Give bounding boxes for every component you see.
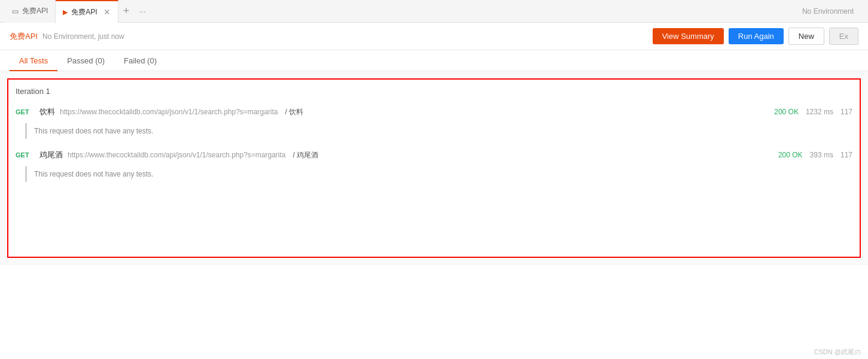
test-message-row-2: This request does not have any tests.: [16, 164, 852, 189]
request-url-1: https://www.thecocktaildb.com/api/json/v…: [60, 108, 278, 116]
iteration-title: Iteration 1: [16, 87, 852, 96]
header-actions: View Summary Run Again New Ex: [653, 28, 858, 45]
status-time-2: 393 ms: [810, 151, 833, 159]
status-ok-2: 200 OK: [778, 151, 803, 159]
test-message-1: This request does not have any tests.: [34, 123, 153, 139]
request-row[interactable]: GET 饮料 https://www.thecocktaildb.com/api…: [16, 103, 852, 121]
request-url-2: https://www.thecocktaildb.com/api/json/v…: [68, 151, 286, 159]
request-status-2: 200 OK 393 ms 117: [778, 151, 852, 159]
tab-all-tests[interactable]: All Tests: [10, 50, 57, 71]
request-path-2: / 鸡尾酒: [293, 150, 319, 160]
content-area: Iteration 1 GET 饮料 https://www.thecockta…: [0, 71, 868, 265]
iteration-block: Iteration 1 GET 饮料 https://www.thecockta…: [7, 78, 861, 258]
status-ok-1: 200 OK: [774, 108, 799, 116]
tab-label: 免费API: [22, 6, 48, 16]
request-path-1: / 饮料: [285, 107, 304, 117]
header-subtitle: No Environment, just now: [42, 32, 124, 41]
play-icon: ▶: [63, 8, 68, 16]
tab-close-button[interactable]: ✕: [103, 8, 111, 16]
header-bar: 免费API No Environment, just now View Summ…: [0, 23, 868, 50]
header-title: 免费API: [10, 31, 38, 42]
tab-label: 免费API: [71, 7, 97, 17]
tab-add-button[interactable]: +: [118, 5, 135, 17]
view-summary-button[interactable]: View Summary: [653, 28, 724, 44]
request-status-1: 200 OK 1232 ms 117: [774, 108, 852, 116]
tab-more-button[interactable]: ···: [134, 7, 151, 16]
test-border-2: [25, 166, 27, 182]
status-size-2: 117: [840, 151, 852, 159]
test-border-1: [25, 123, 27, 139]
run-again-button[interactable]: Run Again: [729, 28, 784, 44]
new-button[interactable]: New: [788, 28, 824, 45]
status-time-1: 1232 ms: [806, 108, 833, 116]
tab-passed[interactable]: Passed (0): [57, 50, 114, 71]
tab-active[interactable]: ▶ 免费API ✕: [56, 0, 118, 23]
tab-inactive[interactable]: ▭ 免费API: [5, 0, 56, 23]
export-button[interactable]: Ex: [829, 28, 858, 45]
request-name-2: 鸡尾酒: [39, 150, 63, 160]
file-icon: ▭: [12, 7, 19, 16]
request-row-2[interactable]: GET 鸡尾酒 https://www.thecocktaildb.com/ap…: [16, 146, 852, 164]
method-badge-get: GET: [16, 108, 35, 115]
test-message-row-1: This request does not have any tests.: [16, 121, 852, 146]
tab-bar: ▭ 免费API ▶ 免费API ✕ + ··· No Environment: [0, 0, 868, 23]
tabs-nav: All Tests Passed (0) Failed (0): [0, 50, 868, 71]
footer: CSDN @武尾の: [807, 345, 868, 359]
footer-text: CSDN @武尾の: [814, 348, 861, 355]
tab-failed[interactable]: Failed (0): [114, 50, 166, 71]
status-size-1: 117: [840, 108, 852, 116]
environment-display: No Environment: [802, 7, 863, 16]
test-message-2: This request does not have any tests.: [34, 166, 153, 182]
request-name-1: 饮料: [39, 107, 55, 117]
method-badge-get-2: GET: [16, 151, 35, 159]
